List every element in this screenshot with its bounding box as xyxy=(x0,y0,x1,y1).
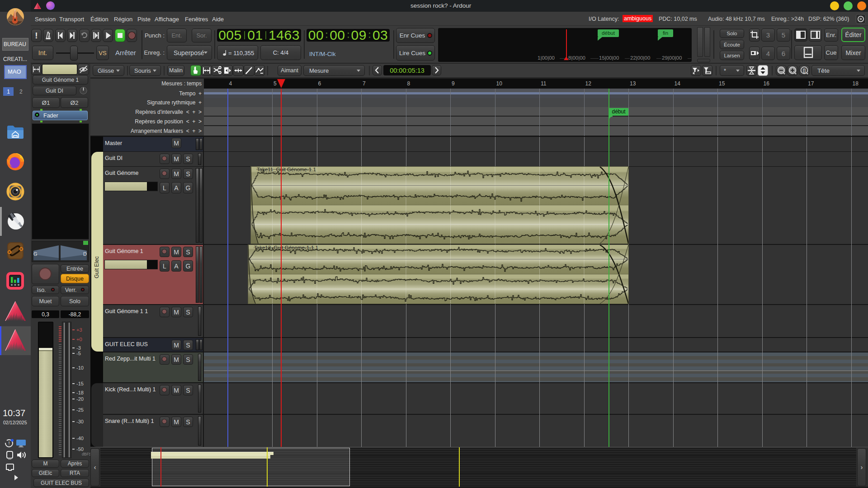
svg-text:[]: [] xyxy=(803,68,806,73)
svg-text:!: ! xyxy=(8,441,9,446)
svg-text:!: ! xyxy=(35,31,38,40)
